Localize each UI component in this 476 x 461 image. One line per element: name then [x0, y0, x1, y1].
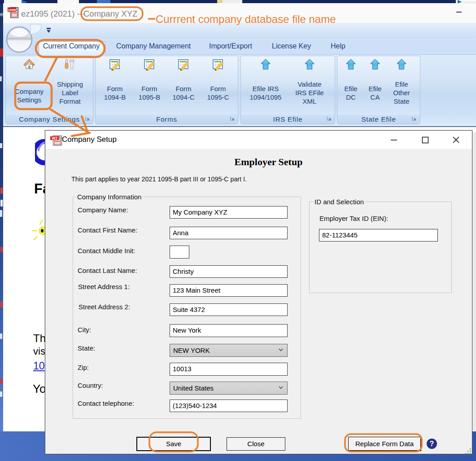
- svg-text:1095: 1095: [8, 8, 16, 12]
- svg-text:W2: W2: [52, 136, 57, 140]
